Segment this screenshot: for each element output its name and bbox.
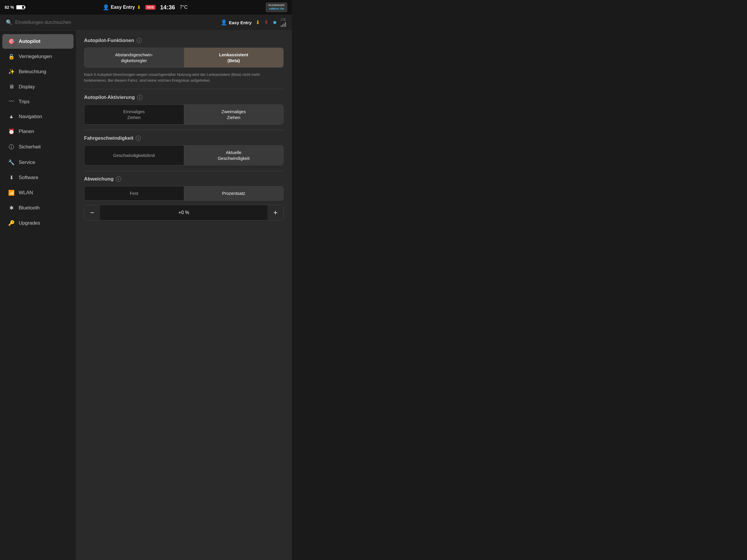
sidebar-label-beleuchtung: Beleuchtung: [19, 69, 46, 75]
mic-icon: 🎙: [264, 20, 269, 25]
wlan-icon: 📶: [8, 190, 15, 196]
header-easy-entry-label: Easy Entry: [229, 20, 252, 25]
sidebar-item-upgrades[interactable]: 🔑 Upgrades: [2, 216, 74, 231]
autopilot-functions-toggle: Abstandsgeschwin-digkeitsregler Lenkassi…: [84, 48, 284, 68]
status-bar: 82 % 👤 Easy Entry ⬇ SOS 14:36 7°C PASSEN…: [0, 0, 292, 15]
content-area: Autopilot-Funktionen i Abstandsgeschwin-…: [76, 31, 292, 560]
sidebar-label-sicherheit: Sicherheit: [19, 144, 41, 150]
temp-display: 7°C: [180, 5, 188, 10]
abweichung-stepper: − +0 % +: [84, 205, 284, 220]
autopilot-activation-heading: Autopilot-Aktivierung i: [84, 95, 284, 100]
light-icon: ✨: [8, 69, 15, 75]
sidebar-item-software[interactable]: ⬇ Software: [2, 170, 74, 185]
signal-bars: [281, 22, 286, 27]
signal-bar-3: [284, 23, 284, 27]
autopilot-functions-info-icon[interactable]: i: [136, 38, 142, 43]
driving-speed-heading: Fahrgeschwindigkeit i: [84, 135, 284, 141]
software-icon: ⬇: [8, 175, 15, 181]
user-icon: 👤: [221, 19, 227, 26]
bluetooth-header-icon: ✱: [273, 20, 277, 25]
signal-bar-1: [281, 25, 282, 27]
fest-btn[interactable]: Fest: [84, 186, 184, 201]
prozentsatz-btn[interactable]: Prozentsatz: [184, 186, 284, 201]
search-input[interactable]: [15, 20, 221, 25]
stepper-value: +0 %: [100, 210, 267, 215]
display-icon: 🖥: [8, 84, 15, 90]
battery-icon: [16, 5, 25, 9]
airbag-label: PASSENGER: [268, 4, 284, 7]
driving-speed-label: Fahrgeschwindigkeit: [84, 135, 133, 141]
sidebar-item-navigation[interactable]: ▲ Navigation: [2, 109, 74, 124]
autopilot-activation-info-icon[interactable]: i: [137, 95, 143, 100]
lenkassistent-btn[interactable]: Lenkassistent(Beta): [184, 48, 284, 68]
lte-label: LTE: [281, 18, 286, 21]
bluetooth-icon: ✱: [8, 205, 15, 211]
planen-icon: ⏰: [8, 128, 15, 135]
sidebar-item-planen[interactable]: ⏰ Planen: [2, 124, 74, 139]
navigation-icon: ▲: [8, 113, 15, 119]
sidebar-item-beleuchtung[interactable]: ✨ Beleuchtung: [2, 64, 74, 79]
sidebar: 🎯 Autopilot 🔒 Verriegelungen ✨ Beleuchtu…: [0, 31, 76, 560]
upgrades-icon: 🔑: [8, 220, 15, 226]
abweichung-toggle: Fest Prozentsatz: [84, 186, 284, 201]
header-easy-entry: 👤 Easy Entry: [221, 19, 252, 26]
sidebar-label-software: Software: [19, 175, 38, 181]
sidebar-label-autopilot: Autopilot: [19, 38, 41, 44]
airbag-badge: PASSENGER AIRBAG ON: [266, 3, 287, 12]
autopilot-icon: 🎯: [8, 38, 15, 45]
sidebar-item-verriegelungen[interactable]: 🔒 Verriegelungen: [2, 49, 74, 64]
lock-icon: 🔒: [8, 53, 15, 60]
sidebar-label-navigation: Navigation: [19, 114, 42, 119]
status-center: 👤 Easy Entry ⬇ SOS 14:36 7°C: [103, 4, 188, 11]
easy-entry-top-label: Easy Entry: [111, 5, 135, 10]
service-icon: 🔧: [8, 159, 15, 166]
time-display: 14:36: [160, 4, 175, 11]
easy-entry-top: 👤 Easy Entry ⬇: [103, 4, 140, 10]
download-icon: ⬇: [256, 19, 260, 26]
main-layout: 🎯 Autopilot 🔒 Verriegelungen ✨ Beleuchtu…: [0, 31, 292, 560]
sidebar-label-display: Display: [19, 84, 35, 90]
status-left: 82 %: [5, 5, 25, 10]
autopilot-activation-toggle: EinmaligesZiehen ZweimaligesZiehen: [84, 104, 284, 125]
aktuelle-geschwindigkeit-btn[interactable]: AktuelleGeschwindigkeit: [184, 145, 284, 165]
search-icon: 🔍: [6, 19, 12, 26]
einmaliges-ziehen-btn[interactable]: EinmaligesZiehen: [84, 105, 184, 124]
autopilot-activation-label: Autopilot-Aktivierung: [84, 95, 135, 100]
sidebar-item-autopilot[interactable]: 🎯 Autopilot: [2, 34, 74, 49]
divider-3: [84, 170, 284, 171]
sidebar-label-upgrades: Upgrades: [19, 220, 40, 226]
sidebar-label-verriegelungen: Verriegelungen: [19, 54, 52, 59]
abstandsgeschwindigkeit-btn[interactable]: Abstandsgeschwin-digkeitsregler: [84, 48, 184, 68]
geschwindigkeitslimit-btn[interactable]: Geschwindigkeitslimit: [84, 145, 184, 165]
sidebar-item-wlan[interactable]: 📶 WLAN: [2, 186, 74, 200]
sicherheit-icon: ⓘ: [8, 143, 15, 151]
stepper-increment-btn[interactable]: +: [267, 205, 283, 220]
abweichung-heading: Abweichung i: [84, 176, 284, 182]
sidebar-item-display[interactable]: 🖥 Display: [2, 80, 74, 94]
signal-group: LTE: [281, 18, 286, 27]
driving-speed-info-icon[interactable]: i: [136, 136, 141, 141]
sidebar-item-service[interactable]: 🔧 Service: [2, 155, 74, 170]
signal-bar-4: [285, 22, 286, 27]
sidebar-item-bluetooth[interactable]: ✱ Bluetooth: [2, 201, 74, 215]
autopilot-functions-heading: Autopilot-Funktionen i: [84, 37, 284, 44]
sidebar-label-bluetooth: Bluetooth: [19, 205, 40, 211]
autopilot-functions-label: Autopilot-Funktionen: [84, 37, 134, 44]
airbag-status: AIRBAG ON: [268, 7, 284, 11]
trips-icon: 〰: [8, 99, 15, 105]
sidebar-label-planen: Planen: [19, 129, 34, 134]
driving-speed-toggle: Geschwindigkeitslimit AktuelleGeschwindi…: [84, 145, 284, 165]
autopilot-info-text: Nach 5 Autopilot-Streichungen wegen unsa…: [84, 72, 284, 83]
stepper-decrement-btn[interactable]: −: [84, 205, 100, 220]
abweichung-info-icon[interactable]: i: [116, 177, 121, 182]
sidebar-label-wlan: WLAN: [19, 190, 33, 196]
header-icons: 👤 Easy Entry ⬇ 🎙 ✱ LTE: [221, 18, 286, 27]
sidebar-item-sicherheit[interactable]: ⓘ Sicherheit: [2, 139, 74, 155]
abweichung-label: Abweichung: [84, 176, 113, 182]
status-right: PASSENGER AIRBAG ON: [266, 3, 287, 12]
sos-badge: SOS: [145, 5, 156, 10]
battery-percentage: 82 %: [5, 5, 14, 10]
sidebar-item-trips[interactable]: 〰 Trips: [2, 95, 74, 109]
zweimaliges-ziehen-btn[interactable]: ZweimaligesZiehen: [184, 105, 284, 124]
sidebar-label-service: Service: [19, 160, 35, 165]
